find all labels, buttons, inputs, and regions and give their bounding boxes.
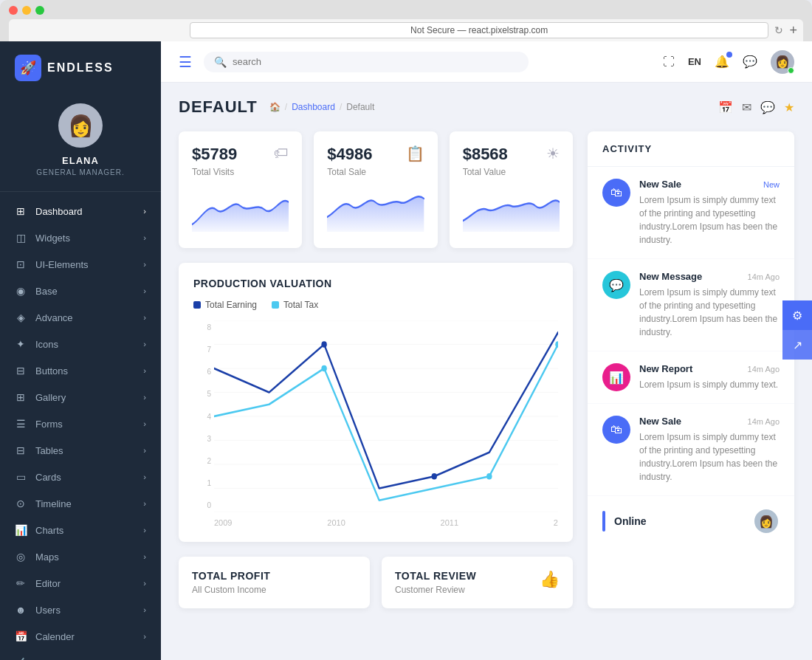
nav-icon-buttons: ⊟ [15,365,27,377]
sidebar-logo: 🚀 ENDLESS [0,41,161,92]
total-review-subtitle: Customer Review [395,585,476,595]
star-action[interactable]: ★ [784,100,794,114]
profile-name: ELANA [62,155,99,166]
fullscreen-button[interactable]: ⛶ [663,55,675,69]
nav-icon-forms: ☰ [15,418,27,430]
chat-button[interactable]: 💬 [743,55,757,69]
menu-button[interactable]: ☰ [179,53,192,71]
activity-item-3: 🛍 New Sale 14m Ago Lorem Ipsum is simply… [588,404,794,496]
activity-name-2: New Report [639,363,692,374]
sidebar-item-base[interactable]: ◉ Base › [0,278,161,304]
chart-area: 8 7 6 5 4 3 2 1 0 [193,320,558,527]
sidebar-item-maps[interactable]: ◎ Maps › [0,543,161,570]
legend-label-earning: Total Earning [205,300,257,310]
close-dot[interactable] [9,6,18,15]
stat-label-1: Total Sale [327,167,372,177]
nav-item-left-ui-elements: ⊡ UI-Elements [15,258,89,270]
sidebar-item-blog[interactable]: ✍ Blog › [0,650,161,660]
chat-action[interactable]: 💬 [760,100,775,114]
profile-title: GENERAL MANAGER. [36,168,125,176]
logo-icon: 🚀 [15,55,41,81]
activity-header: ACTIVITY [588,131,794,167]
sidebar-item-cards[interactable]: ▭ Cards › [0,464,161,490]
activity-name-1: New Message [639,271,702,282]
online-dot [788,67,794,74]
stat-label-0: Total Visits [192,167,237,177]
nav-icon-icons: ✦ [15,338,27,350]
nav-icon-base: ◉ [15,285,27,297]
mail-action[interactable]: ✉ [742,100,751,114]
stat-card-header-0: $5789 Total Visits 🏷 [192,145,289,177]
activity-avatar-0: 🛍 [602,179,630,207]
app-wrapper: 🚀 ENDLESS 👩 ELANA GENERAL MANAGER. ⊞ Das… [0,41,812,660]
sidebar-item-forms[interactable]: ☰ Forms › [0,410,161,437]
y-label-0: 0 [193,501,214,509]
nav-label-forms: Forms [35,419,63,430]
sidebar-item-buttons[interactable]: ⊟ Buttons › [0,357,161,384]
page-body: DEFAULT 🏠 / Dashboard / Default 📅 ✉ 💬 ★ [161,83,812,660]
activity-panel: ACTIVITY 🛍 New Sale New Lorem Ipsum is s… [588,131,794,608]
calendar-action[interactable]: 📅 [718,100,733,114]
stat-chart-0 [192,188,289,235]
search-input[interactable] [233,56,518,67]
notification-button[interactable]: 🔔 [715,55,729,69]
stat-card-2: $8568 Total Value ☀ [450,131,573,248]
sidebar-item-ui-elements[interactable]: ⊡ UI-Elements › [0,251,161,278]
sidebar-item-gallery[interactable]: ⊞ Gallery › [0,384,161,410]
minimize-dot[interactable] [22,6,31,15]
nav-item-left-users: ☻ Users [15,604,61,616]
total-profit-card: TOTAL PROFIT All Custom Income [179,557,370,608]
activity-content-2: New Report 14m Ago Lorem Ipsum is simply… [639,363,780,391]
sidebar-item-tables[interactable]: ⊟ Tables › [0,437,161,464]
legend-dot-earning [193,301,201,309]
nav-label-timeline: Timeline [35,498,72,509]
sidebar-item-charts[interactable]: 📊 Charts › [0,517,161,543]
y-label-7: 7 [193,346,214,354]
stat-card-0: $5789 Total Visits 🏷 [179,131,302,248]
nav-arrow-widgets: › [143,233,146,242]
sidebar-item-advance[interactable]: ◈ Advance › [0,304,161,331]
svg-point-9 [321,341,326,348]
activity-time-1: 14m Ago [748,272,780,281]
svg-chart-wrap: 2009 2010 2011 2 [214,320,558,527]
new-tab-button[interactable]: + [789,23,797,38]
refresh-button[interactable]: ↻ [774,24,783,36]
nav-arrow-calender: › [143,632,146,641]
language-button[interactable]: EN [688,56,701,67]
sidebar-item-users[interactable]: ☻ Users › [0,597,161,623]
total-profit-header: TOTAL PROFIT All Custom Income [192,570,357,595]
stat-card-1: $4986 Total Sale 📋 [314,131,437,248]
breadcrumb-dashboard[interactable]: Dashboard [292,102,335,112]
settings-fab: ⚙ ↗ [782,300,812,360]
nav-arrow-icons: › [143,340,146,348]
legend-earning: Total Earning [193,300,257,310]
sidebar-item-editor[interactable]: ✏ Editor › [0,570,161,597]
sidebar-item-calender[interactable]: 📅 Calender › [0,623,161,650]
nav-label-dashboard: Dashboard [35,206,83,217]
nav-icon-maps: ◎ [15,551,27,563]
search-icon: 🔍 [214,56,227,68]
nav-label-calender: Calender [35,631,75,642]
settings-fab-button[interactable]: ⚙ [782,300,812,330]
y-label-2: 2 [193,457,214,465]
nav-label-widgets: Widgets [35,233,70,244]
sidebar-item-dashboard[interactable]: ⊞ Dashboard › [0,198,161,224]
nav-label-users: Users [35,605,61,616]
search-wrap: 🔍 [204,52,529,72]
topbar-actions: ⛶ EN 🔔 💬 👩 [663,50,794,74]
svg-point-12 [555,341,558,348]
browser-chrome: Not Secure — react.pixelstrap.com ↻ + [0,0,812,41]
breadcrumb: 🏠 / Dashboard / Default [269,102,374,112]
activity-avatar-2: 📊 [602,363,630,391]
nav-item-left-maps: ◎ Maps [15,551,59,563]
browser-bar: Not Secure — react.pixelstrap.com ↻ + [9,19,803,41]
nav-arrow-base: › [143,286,146,295]
maximize-dot[interactable] [35,6,44,15]
sidebar-item-timeline[interactable]: ⊙ Timeline › [0,490,161,517]
user-avatar[interactable]: 👩 [771,50,794,74]
sidebar-item-icons[interactable]: ✦ Icons › [0,331,161,357]
sidebar-item-widgets[interactable]: ◫ Widgets › [0,224,161,251]
url-bar[interactable]: Not Secure — react.pixelstrap.com [190,22,769,38]
chart-legend: Total Earning Total Tax [193,300,558,310]
share-fab-button[interactable]: ↗ [782,330,812,360]
